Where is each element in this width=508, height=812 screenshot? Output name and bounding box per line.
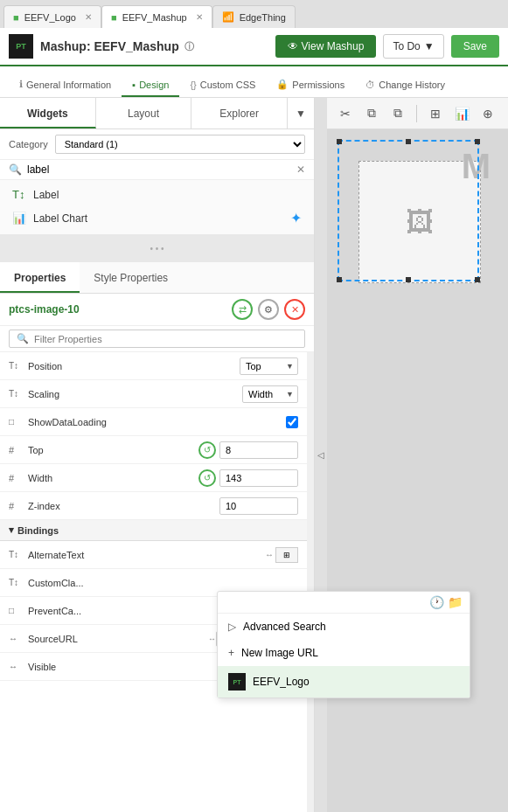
zindex-input[interactable]	[219, 497, 298, 515]
popup-new-image-url[interactable]: + New Image URL	[218, 640, 470, 666]
widget-item-label-chart[interactable]: 📊 Label Chart ✦	[9, 205, 305, 231]
showdataloading-icon: □	[9, 417, 24, 427]
filter-row: 🔍	[0, 326, 314, 352]
app-help-icon[interactable]: ⓘ	[184, 40, 194, 53]
handle-tc[interactable]	[406, 139, 411, 144]
category-row: Category Standard (1) All	[0, 129, 314, 160]
tab-widgets[interactable]: Widgets	[0, 98, 96, 128]
permissions-label: Permissions	[292, 80, 344, 90]
custom-css-icon: {}	[190, 80, 196, 90]
popup-advanced-search[interactable]: ▷ Advanced Search	[218, 614, 470, 640]
tab-eefv-mashup-close[interactable]: ✕	[196, 12, 203, 22]
tab-eefv-logo[interactable]: ■ EEFV_Logo ✕	[3, 5, 101, 28]
tab-explorer[interactable]: Explorer	[191, 98, 288, 128]
search-clear-icon[interactable]: ✕	[296, 163, 305, 176]
copy-icon: ⧉	[367, 106, 376, 121]
divider-dots: • • •	[150, 244, 164, 253]
side-collapse-handle[interactable]: ◁	[315, 98, 327, 812]
app-header: PT Mashup: EEFV_Mashup ⓘ 👁 View Mashup T…	[0, 28, 508, 66]
canvas-area[interactable]: 🖼 M	[327, 129, 508, 812]
tab-custom-css[interactable]: {} Custom CSS	[179, 74, 266, 97]
nav-tabs: ℹ General Information ▪ Design {} Custom…	[0, 66, 508, 98]
close-widget-button[interactable]: ✕	[284, 299, 305, 320]
width-number-input[interactable]	[219, 469, 298, 487]
tab-layout[interactable]: Layout	[96, 98, 192, 128]
left-panel: Widgets Layout Explorer ▼ Category Stand…	[0, 98, 315, 812]
top-refresh-button[interactable]: ↺	[198, 441, 216, 459]
widget-list: T↕ Label 📊 Label Chart ✦	[0, 180, 314, 234]
app-title: Mashup: EEFV_Mashup ⓘ	[40, 39, 268, 53]
widget-search-input[interactable]	[27, 163, 291, 176]
prop-zindex: # Z-index	[0, 492, 307, 520]
tab-style-properties[interactable]: Style Properties	[80, 262, 182, 293]
tab-edgething[interactable]: 📶 EdgeThing	[212, 5, 296, 28]
selected-widget-name: ptcs-image-10	[9, 303, 226, 316]
showdataloading-value	[286, 416, 298, 428]
tab-properties[interactable]: Properties	[0, 262, 80, 293]
position-label: Position	[28, 361, 240, 371]
alternatetext-label: AlternateText	[28, 550, 265, 560]
showdataloading-checkbox[interactable]	[286, 416, 298, 428]
copy-tool-button[interactable]: ⧉	[360, 102, 383, 125]
label-chart-add-icon[interactable]: ✦	[290, 210, 302, 226]
new-image-url-label: New Image URL	[241, 647, 318, 659]
settings-icon: ⚙	[264, 304, 273, 316]
scaling-value: Width Height None	[242, 385, 298, 403]
widget-item-label[interactable]: T↕ Label	[9, 184, 305, 205]
properties-section: Properties Style Properties ptcs-image-1…	[0, 262, 314, 812]
share-button[interactable]: ⇄	[232, 299, 253, 320]
tab-change-history[interactable]: ⏱ Change History	[355, 74, 456, 97]
handle-tl[interactable]	[337, 139, 342, 144]
handle-tr[interactable]	[475, 139, 480, 144]
permissions-icon: 🔒	[276, 79, 289, 90]
cut-tool-button[interactable]: ✂	[334, 102, 357, 125]
design-label: Design	[139, 80, 169, 90]
tab-general-information[interactable]: ℹ General Information	[9, 73, 122, 97]
bindings-section-header[interactable]: ▾ Bindings	[0, 520, 307, 541]
todo-dropdown-icon: ▼	[424, 40, 435, 52]
popup-clock-icon[interactable]: 🕐	[429, 595, 444, 609]
handle-bl[interactable]	[337, 277, 342, 282]
showdataloading-label: ShowDataLoading	[28, 417, 286, 427]
properties-scrollbar[interactable]	[307, 352, 314, 812]
popup-logo-icon: PT	[228, 673, 246, 691]
width-prop-label: Width	[28, 473, 198, 483]
tab-design[interactable]: ▪ Design	[122, 74, 179, 97]
tab-permissions[interactable]: 🔒 Permissions	[266, 73, 355, 97]
scaling-dropdown[interactable]: Width Height None	[242, 385, 298, 403]
tab-eefv-logo-close[interactable]: ✕	[85, 12, 92, 22]
filter-properties-input[interactable]	[34, 334, 297, 344]
width-refresh-button[interactable]: ↺	[198, 469, 216, 487]
settings-button[interactable]: ⚙	[258, 299, 279, 320]
widget-tabs-arrow[interactable]: ▼	[288, 98, 314, 128]
handle-bc[interactable]	[406, 277, 411, 282]
top-number-input[interactable]	[219, 441, 298, 459]
tab-eefv-mashup[interactable]: ■ EEFV_Mashup ✕	[101, 5, 212, 28]
popup-folder-icon[interactable]: 📁	[448, 595, 463, 609]
alternatetext-binding-btn[interactable]: ⊞	[275, 547, 298, 563]
sourceurl-link-icon: ↔	[208, 635, 216, 643]
panel-divider[interactable]: • • •	[0, 234, 314, 262]
eefv-logo-label: EEFV_Logo	[253, 676, 310, 688]
position-dropdown[interactable]: Top Bottom	[240, 357, 298, 375]
category-select[interactable]: Standard (1) All	[55, 135, 305, 154]
chart-tool-button[interactable]: 📊	[450, 102, 473, 125]
canvas-panel: ✂ ⧉ ⧉ ⊞ 📊 ⊕	[327, 98, 508, 812]
canvas-toolbar: ✂ ⧉ ⧉ ⊞ 📊 ⊕	[327, 98, 508, 129]
prop-scaling: T↕ Scaling Width Height None	[0, 380, 307, 408]
add-tool-button[interactable]: ⊕	[477, 102, 499, 125]
scaling-dropdown-wrap: Width Height None	[242, 385, 298, 403]
todo-button[interactable]: To Do ▼	[383, 34, 443, 59]
view-mashup-button[interactable]: 👁 View Mashup	[275, 35, 377, 58]
app-title-text: Mashup: EEFV_Mashup	[40, 39, 179, 53]
popup-eefv-logo[interactable]: PT EEFV_Logo	[218, 666, 470, 697]
save-button[interactable]: Save	[451, 35, 499, 58]
width-prop-value: ↺	[198, 469, 298, 487]
tab-mashup-icon: ■	[111, 12, 117, 23]
tab-layout-label: Layout	[128, 108, 159, 120]
handle-br[interactable]	[475, 277, 480, 282]
tab-eefv-mashup-label: EEFV_Mashup	[122, 12, 187, 23]
paste-tool-button[interactable]: ⧉	[386, 102, 409, 125]
grid-tool-button[interactable]: ⊞	[424, 102, 447, 125]
change-history-label: Change History	[379, 80, 445, 90]
